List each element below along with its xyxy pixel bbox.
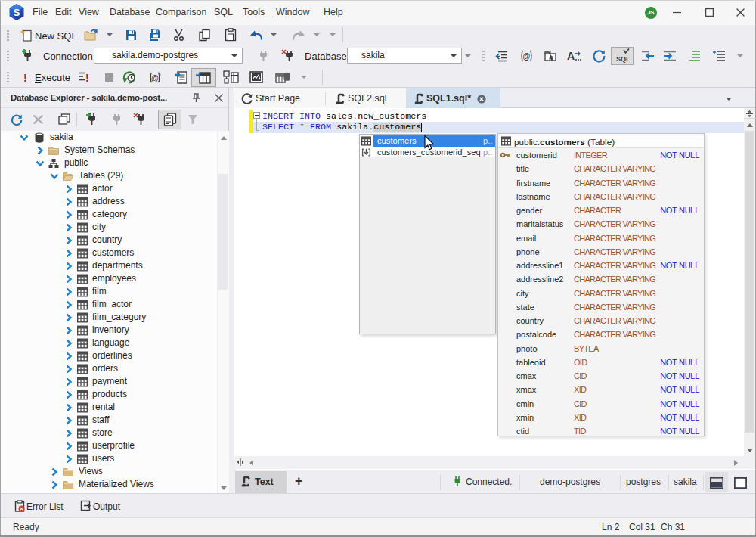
svg-text:S: S xyxy=(14,7,20,18)
svg-text:SQL: SQL xyxy=(616,55,630,63)
svg-text:!: ! xyxy=(85,72,89,83)
svg-text:@: @ xyxy=(151,74,159,82)
svg-text:A: A xyxy=(567,50,575,62)
svg-text:@: @ xyxy=(523,52,531,61)
